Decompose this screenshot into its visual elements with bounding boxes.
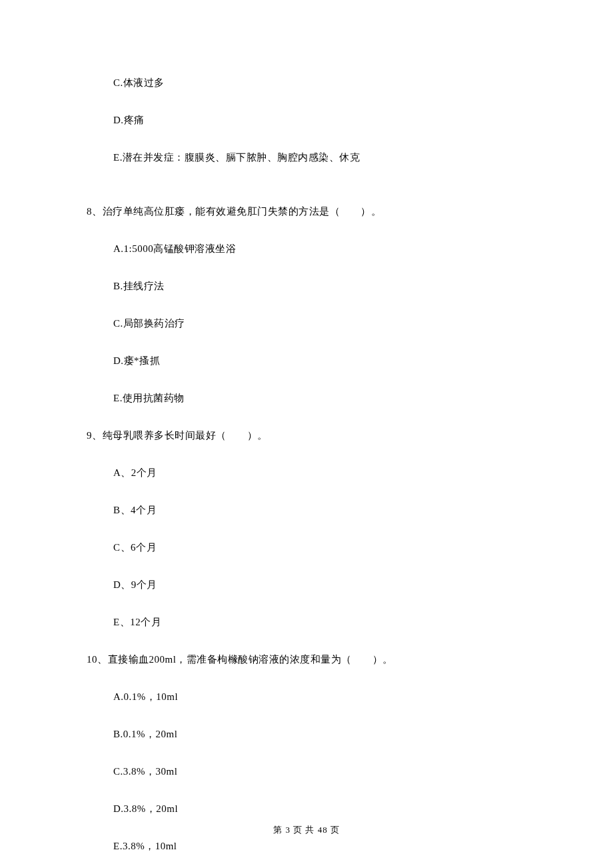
- q8-option-b: B.挂线疗法: [87, 280, 526, 293]
- q10-option-b: B.0.1%，20ml: [87, 728, 526, 741]
- q7-option-c: C.体液过多: [87, 77, 526, 89]
- q10-option-e: E.3.8%，10ml: [87, 840, 526, 853]
- q10-option-c: C.3.8%，30ml: [87, 765, 526, 778]
- q8-stem: 8、治疗单纯高位肛瘘，能有效避免肛门失禁的方法是（ ）。: [87, 205, 526, 218]
- q9-option-d: D、9个月: [87, 579, 526, 591]
- q8-option-e: E.使用抗菌药物: [87, 392, 526, 405]
- q10-option-a: A.0.1%，10ml: [87, 691, 526, 703]
- q9-option-b: B、4个月: [87, 504, 526, 517]
- q8-option-d: D.瘘*搔抓: [87, 355, 526, 367]
- q9-stem: 9、纯母乳喂养多长时间最好（ ）。: [87, 429, 526, 442]
- q7-option-d: D.疼痛: [87, 114, 526, 127]
- q9-option-a: A、2个月: [87, 467, 526, 479]
- q10-option-d: D.3.8%，20ml: [87, 803, 526, 815]
- q8-option-a: A.1:5000高锰酸钾溶液坐浴: [87, 243, 526, 255]
- q8-option-c: C.局部换药治疗: [87, 317, 526, 330]
- q9-option-e: E、12个月: [87, 616, 526, 629]
- q9-option-c: C、6个月: [87, 541, 526, 554]
- q7-option-e: E.潜在并发症：腹膜炎、膈下脓肿、胸腔内感染、休克: [87, 151, 526, 164]
- page-footer: 第 3 页 共 48 页: [0, 824, 613, 836]
- q10-stem: 10、直接输血200ml，需准备枸橼酸钠溶液的浓度和量为（ ）。: [87, 653, 526, 666]
